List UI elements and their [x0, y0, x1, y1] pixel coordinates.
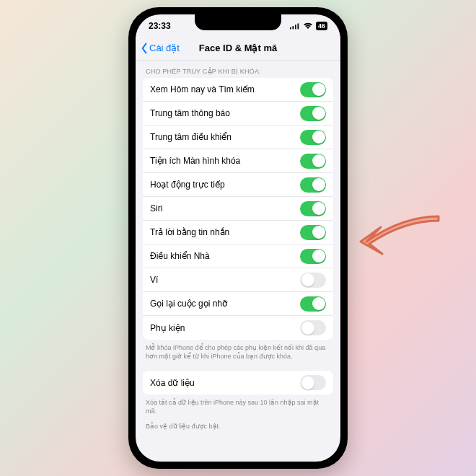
row-label: Tiện ích Màn hình khóa [150, 156, 240, 166]
toggle-switch[interactable] [300, 225, 326, 240]
row-label: Xóa dữ liệu [150, 378, 195, 388]
section-footer-erase: Xóa tất cả dữ liệu trên iPhone này sau 1… [136, 395, 340, 417]
row-label: Hoạt động trực tiếp [150, 180, 225, 190]
notch [195, 14, 281, 30]
toggle-switch[interactable] [300, 106, 326, 121]
row-label: Siri [150, 203, 162, 213]
battery-level: 46 [316, 22, 327, 30]
cellular-signal-icon [290, 22, 300, 30]
svg-rect-3 [297, 24, 299, 30]
settings-group-access: Xem Hôm nay và Tìm kiếmTrung tâm thông b… [143, 78, 333, 340]
settings-row: Trả lời bằng tin nhắn [143, 221, 333, 244]
settings-scroll[interactable]: CHO PHÉP TRUY CẬP KHI BỊ KHÓA: Xem Hôm n… [136, 61, 340, 462]
toggle-switch[interactable] [300, 249, 326, 264]
svg-rect-2 [295, 25, 296, 29]
toggle-switch[interactable] [300, 130, 326, 145]
toggle-switch[interactable] [300, 296, 326, 312]
svg-rect-0 [290, 27, 291, 30]
settings-group-erase: Xóa dữ liệu [143, 371, 333, 395]
settings-row: Điều khiển Nhà [143, 244, 333, 268]
nav-bar: Cài đặt Face ID & Mật mã [136, 36, 340, 61]
toggle-switch[interactable] [300, 375, 326, 390]
row-label: Gọi lại cuộc gọi nhỡ [150, 299, 227, 309]
settings-row: Phụ kiện [143, 316, 333, 340]
toggle-knob [312, 250, 325, 263]
back-button[interactable]: Cài đặt [140, 43, 180, 54]
settings-row: Trung tâm điều khiển [143, 125, 333, 149]
toggle-switch[interactable] [300, 177, 326, 193]
svg-rect-1 [292, 26, 294, 29]
settings-row: Hoạt động trực tiếp [143, 173, 333, 197]
toggle-switch[interactable] [300, 82, 326, 97]
toggle-knob [312, 131, 325, 144]
settings-row: Xóa dữ liệu [143, 371, 333, 395]
settings-row: Gọi lại cuộc gọi nhỡ [143, 292, 333, 316]
toggle-switch[interactable] [300, 273, 326, 288]
row-label: Trả lời bằng tin nhắn [150, 227, 229, 237]
chevron-left-icon [140, 43, 149, 54]
row-label: Điều khiển Nhà [150, 251, 210, 261]
screen: 23:33 46 Cài đặt Face ID & Mật mã CHO PH… [136, 14, 340, 462]
settings-row: Tiện ích Màn hình khóa [143, 149, 333, 173]
toggle-knob [312, 178, 325, 191]
section-header-access: CHO PHÉP TRUY CẬP KHI BỊ KHÓA: [136, 61, 340, 78]
toggle-knob [312, 154, 325, 167]
settings-row: Trung tâm thông báo [143, 102, 333, 125]
toggle-knob [312, 297, 325, 310]
settings-row: Siri [143, 197, 333, 221]
section-footer-access: Mở khóa iPhone để cho phép các phụ kiện … [136, 340, 340, 362]
row-label: Phụ kiện [150, 323, 185, 333]
toggle-knob [301, 322, 314, 335]
back-label: Cài đặt [149, 43, 180, 53]
toggle-knob [312, 226, 325, 239]
status-right: 46 [290, 22, 327, 30]
toggle-switch[interactable] [300, 201, 326, 216]
toggle-knob [301, 376, 314, 389]
toggle-knob [312, 107, 325, 120]
row-label: Xem Hôm nay và Tìm kiếm [150, 84, 255, 94]
phone-frame: 23:33 46 Cài đặt Face ID & Mật mã CHO PH… [128, 7, 348, 469]
row-label: Trung tâm điều khiển [150, 132, 232, 142]
settings-row: Xem Hôm nay và Tìm kiếm [143, 78, 333, 102]
status-time: 23:33 [149, 21, 171, 31]
section-footer-protection: Bảo vệ dữ liệu được bật. [136, 418, 340, 432]
row-label: Trung tâm thông báo [150, 108, 230, 118]
row-label: Ví [150, 275, 158, 285]
settings-row: Ví [143, 268, 333, 292]
toggle-switch[interactable] [300, 320, 326, 335]
toggle-knob [301, 273, 314, 286]
toggle-switch[interactable] [300, 154, 326, 169]
toggle-knob [312, 202, 325, 215]
page-title: Face ID & Mật mã [199, 43, 277, 53]
arrow-annotation-icon [345, 202, 446, 281]
wifi-icon [303, 22, 313, 30]
toggle-knob [312, 83, 325, 96]
